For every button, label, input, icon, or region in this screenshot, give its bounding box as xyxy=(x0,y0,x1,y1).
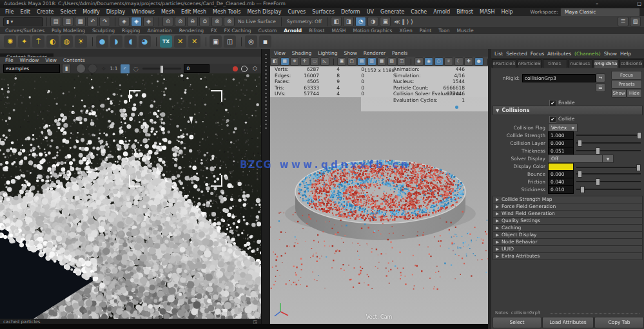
solver-display-arrow[interactable]: ▼ xyxy=(602,155,614,163)
ae-tab-collision[interactable]: collisionG xyxy=(620,59,644,68)
select-camera-icon[interactable]: ◧ xyxy=(270,57,279,66)
stickiness-slider[interactable] xyxy=(576,189,641,190)
ae-tab-nrigidshape[interactable]: nRigidShape3 xyxy=(594,59,618,68)
ae-menu-list[interactable]: List xyxy=(494,51,503,57)
brush-icon[interactable]: ✧ xyxy=(101,66,106,72)
shelf-tab-xgen[interactable]: XGen xyxy=(399,28,412,33)
light-portal-icon[interactable]: ◍ xyxy=(61,35,73,48)
sidebar-toggle-icon[interactable]: ☰ xyxy=(618,17,629,26)
section-extra-attributes[interactable]: ▶Extra Attributes xyxy=(493,252,643,260)
friction-slider[interactable] xyxy=(576,181,641,182)
folder-view-icon[interactable]: ◜ xyxy=(120,64,130,74)
viewport-menu-lighting[interactable]: Lighting xyxy=(318,50,337,56)
shelf-tab-fx[interactable]: FX xyxy=(211,28,217,33)
hide-button[interactable]: Hide xyxy=(627,89,642,98)
snap-grid-icon[interactable]: ◈ xyxy=(119,17,130,26)
left-menu-file[interactable]: File xyxy=(5,57,14,63)
left-menu-view[interactable]: View xyxy=(45,57,57,63)
ae-tab-nucleus[interactable]: nucleus1 xyxy=(569,59,593,68)
list-history-icon[interactable]: ☰ xyxy=(596,83,605,92)
ae-menu-show[interactable]: Show xyxy=(604,51,617,57)
shelf-tab-rigging[interactable]: Rigging xyxy=(122,28,140,33)
open-scene-icon[interactable]: ▥ xyxy=(63,17,73,26)
shelf-tab-sculpting[interactable]: Sculpting xyxy=(92,28,115,33)
film-gate-icon[interactable]: ▤ xyxy=(357,57,366,66)
texture-view-icon[interactable]: ◑ xyxy=(367,17,378,26)
snap-magnet-4-icon[interactable]: ⊜ xyxy=(199,17,210,26)
swap-node-icon[interactable]: ↪ xyxy=(596,73,605,82)
copy-tab-button[interactable]: Copy Tab xyxy=(594,317,644,328)
render-button-icon[interactable] xyxy=(76,64,86,73)
menu-arnold[interactable]: Arnold xyxy=(433,9,450,15)
shelf-tab-poly[interactable]: Poly Modeling xyxy=(52,28,85,33)
viewport-menu-panels[interactable]: Panels xyxy=(392,50,407,56)
undo-icon[interactable]: ↶ xyxy=(87,17,98,26)
shelf-tab-custom[interactable]: Custom xyxy=(259,28,277,33)
ae-tab-nparticle[interactable]: nParticle3 xyxy=(492,59,516,68)
snap-curve-icon[interactable]: ◈ xyxy=(131,17,142,26)
shelf-tab-muscle[interactable]: Muscle xyxy=(457,28,474,33)
thickness-slider[interactable] xyxy=(576,150,641,151)
collide-checkbox[interactable]: ✔ xyxy=(549,116,556,123)
symmetry-dropdown[interactable]: Symmetry: Off xyxy=(287,19,322,24)
standin-icon[interactable]: ● xyxy=(96,35,108,48)
toon-shader-icon[interactable]: ◕ xyxy=(139,35,151,48)
ae-menu-selected[interactable]: Selected xyxy=(506,51,527,57)
grid-toggle-icon[interactable]: ▢ xyxy=(347,57,356,66)
render-icon[interactable]: ◧ xyxy=(331,17,342,26)
collide-strength-slider[interactable] xyxy=(576,135,641,136)
hypershade-icon[interactable]: ▣ xyxy=(380,17,391,26)
workspace-dropdown[interactable]: Maya Classic xyxy=(560,8,640,17)
tx-manager-icon[interactable]: TX xyxy=(160,35,172,48)
shelf-tab-curves[interactable]: Curves/Surfaces xyxy=(5,28,44,33)
left-menu-contents[interactable]: Contents xyxy=(63,57,85,63)
shelf-tab-fx-caching[interactable]: FX Caching xyxy=(224,28,251,33)
bounce-slider[interactable] xyxy=(576,173,641,174)
render-still-icon[interactable]: ◎ xyxy=(245,35,257,48)
menu-create[interactable]: Create xyxy=(37,9,54,15)
ae-menu-focus[interactable]: Focus xyxy=(531,51,544,57)
menu-curves[interactable]: Curves xyxy=(288,9,306,15)
snap-magnet-2-icon[interactable]: ⊘ xyxy=(175,17,186,26)
ipr-render-icon[interactable]: ◨ xyxy=(343,17,354,26)
shelf-tab-animation[interactable]: Animation xyxy=(147,28,171,33)
menu-modify[interactable]: Modify xyxy=(83,9,100,15)
2d-pan-zoom-icon[interactable]: ◺ xyxy=(320,57,329,66)
pin-icon[interactable]: ⬡ xyxy=(253,66,257,71)
volume-icon[interactable]: ◗ xyxy=(110,35,122,48)
image-plane-icon[interactable]: ▭ xyxy=(310,57,319,66)
flush-texture-cache-icon[interactable]: ✕ xyxy=(174,35,186,48)
display-color-slider[interactable] xyxy=(576,167,641,168)
flush-skydome-cache-icon[interactable]: ✕ xyxy=(188,35,200,48)
menu-edit-mesh[interactable]: Edit Mesh xyxy=(181,9,206,15)
menu-bifrost[interactable]: Bifrost xyxy=(456,9,473,15)
refresh-icon[interactable]: ◌ xyxy=(133,66,139,72)
render-region-brackets[interactable] xyxy=(129,90,222,187)
snap-magnet-1-icon[interactable]: ⊙ xyxy=(162,17,173,26)
ae-menu-help[interactable]: Help xyxy=(620,51,631,57)
menu-surfaces[interactable]: Surfaces xyxy=(312,9,335,15)
camera-attributes-icon[interactable]: ✵ xyxy=(290,57,299,66)
viewport-menu-view[interactable]: View xyxy=(274,50,286,56)
load-attributes-button[interactable]: Load Attributes xyxy=(542,317,594,328)
show-button[interactable]: Show xyxy=(611,89,627,98)
filter-icon[interactable]: ▮ xyxy=(62,64,71,73)
viewport-menu-show[interactable]: Show xyxy=(344,50,357,56)
menu-select[interactable]: Select xyxy=(60,9,76,15)
record-dot-icon[interactable] xyxy=(233,66,238,71)
minimize-icon[interactable]: – xyxy=(596,0,598,8)
zoom-one-to-one-label[interactable]: 1:1 xyxy=(110,66,118,71)
skydome-light-icon[interactable]: ✦ xyxy=(18,35,30,48)
menu-help[interactable]: Help xyxy=(501,9,512,15)
lock-camera-icon[interactable]: ▦ xyxy=(280,57,289,66)
ipr-panel-icon[interactable]: ◫ xyxy=(224,35,236,48)
render-settings-icon[interactable]: ◔ xyxy=(355,17,366,26)
ae-tab-time[interactable]: time1 xyxy=(543,59,567,68)
menu-file[interactable]: File xyxy=(5,9,14,15)
menu-mesh-display[interactable]: Mesh Display xyxy=(247,9,281,15)
snap-magnet-5-icon[interactable]: ⊗ xyxy=(211,17,222,26)
textured-icon[interactable]: ○ xyxy=(434,57,444,66)
gate-mask-icon[interactable]: ▦ xyxy=(377,57,386,66)
snap-magnet-6-icon[interactable]: ⊛ xyxy=(224,17,235,26)
wireframe-icon[interactable]: ◉ xyxy=(415,57,424,66)
